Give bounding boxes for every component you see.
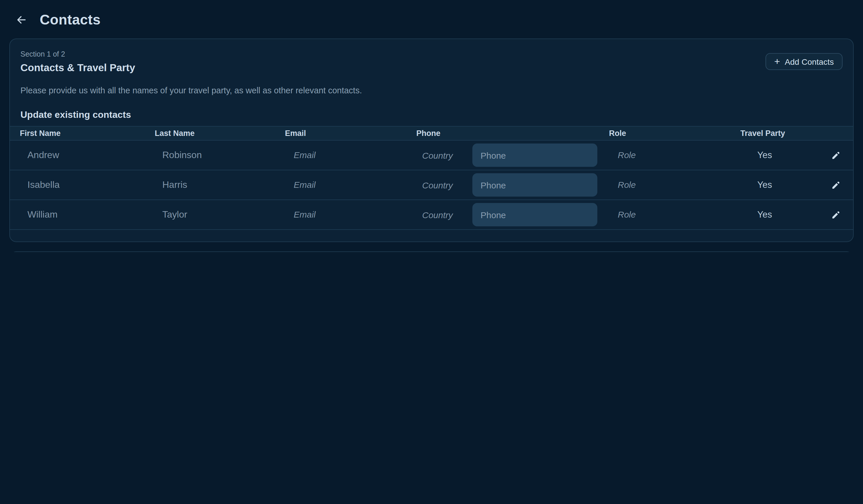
phone-field[interactable] — [472, 143, 597, 167]
contacts-travel-party-card: Section 1 of 2 Contacts & Travel Party +… — [9, 39, 854, 242]
country-field[interactable] — [422, 210, 472, 220]
table-row: William Taylor Yes — [10, 200, 853, 230]
back-button[interactable] — [13, 11, 30, 29]
col-header-email: Email — [275, 129, 407, 138]
your-details-card: Section 2 of 2 Enter Your Details This h… — [9, 251, 854, 252]
section1-description: Please provide us with all the names of … — [21, 85, 842, 96]
first-name-value: Isabella — [10, 180, 145, 190]
plus-icon: + — [774, 56, 780, 66]
travel-party-value: Yes — [730, 180, 818, 190]
email-field[interactable] — [294, 180, 402, 190]
country-field[interactable] — [422, 180, 472, 190]
phone-field[interactable] — [472, 203, 597, 226]
section1-title: Contacts & Travel Party — [21, 61, 135, 75]
edit-row-button[interactable] — [828, 207, 843, 222]
first-name-value: William — [10, 209, 145, 220]
table-header-row: First Name Last Name Email Phone Role Tr… — [10, 126, 853, 141]
edit-row-button[interactable] — [828, 148, 843, 163]
role-field[interactable] — [618, 180, 726, 190]
pencil-icon — [830, 210, 840, 220]
last-name-value: Harris — [145, 180, 275, 190]
last-name-value: Taylor — [145, 209, 275, 220]
add-contacts-label: Add Contacts — [785, 57, 834, 66]
table-footer-strip — [10, 230, 853, 242]
contacts-table: First Name Last Name Email Phone Role Tr… — [10, 126, 853, 242]
col-header-role: Role — [599, 129, 730, 138]
travel-party-value: Yes — [730, 209, 818, 220]
travel-party-value: Yes — [730, 150, 818, 160]
contacts-page: Contacts Section 1 of 2 Contacts & Trave… — [0, 0, 863, 252]
add-contacts-button[interactable]: + Add Contacts — [765, 53, 842, 70]
first-name-value: Andrew — [10, 150, 145, 160]
email-field[interactable] — [294, 209, 402, 219]
country-field[interactable] — [422, 150, 472, 160]
page-header: Contacts — [0, 0, 863, 29]
page-title: Contacts — [40, 11, 101, 29]
arrow-left-icon — [16, 14, 27, 26]
col-header-phone: Phone — [407, 129, 599, 138]
table-row: Andrew Robinson Yes — [10, 141, 853, 170]
col-header-first-name: First Name — [10, 129, 145, 138]
role-field[interactable] — [618, 150, 726, 160]
role-field[interactable] — [618, 209, 726, 219]
col-header-last-name: Last Name — [145, 129, 275, 138]
last-name-value: Robinson — [145, 150, 275, 160]
table-title: Update existing contacts — [21, 108, 842, 121]
email-field[interactable] — [294, 150, 402, 160]
phone-field[interactable] — [472, 173, 597, 197]
section1-kicker: Section 1 of 2 — [21, 50, 135, 59]
pencil-icon — [830, 180, 840, 190]
table-row: Isabella Harris Yes — [10, 170, 853, 200]
col-header-travel-party: Travel Party — [730, 129, 818, 138]
pencil-icon — [830, 150, 840, 160]
edit-row-button[interactable] — [828, 178, 843, 192]
